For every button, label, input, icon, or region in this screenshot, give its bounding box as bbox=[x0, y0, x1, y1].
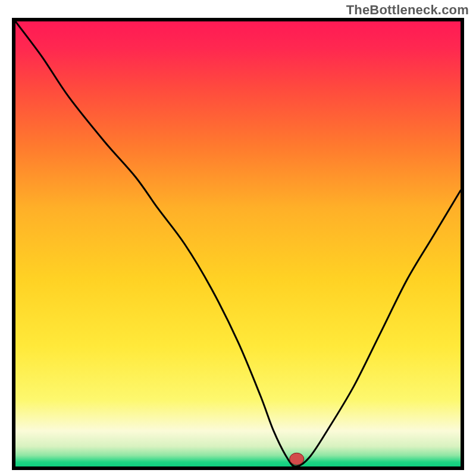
bottleneck-plot bbox=[15, 21, 461, 466]
watermark-text: TheBottleneck.com bbox=[346, 2, 469, 18]
optimal-point-marker bbox=[290, 453, 304, 465]
heat-gradient-background bbox=[15, 21, 461, 466]
chart-frame: TheBottleneck.com bbox=[0, 0, 476, 476]
plot-area bbox=[12, 18, 464, 470]
